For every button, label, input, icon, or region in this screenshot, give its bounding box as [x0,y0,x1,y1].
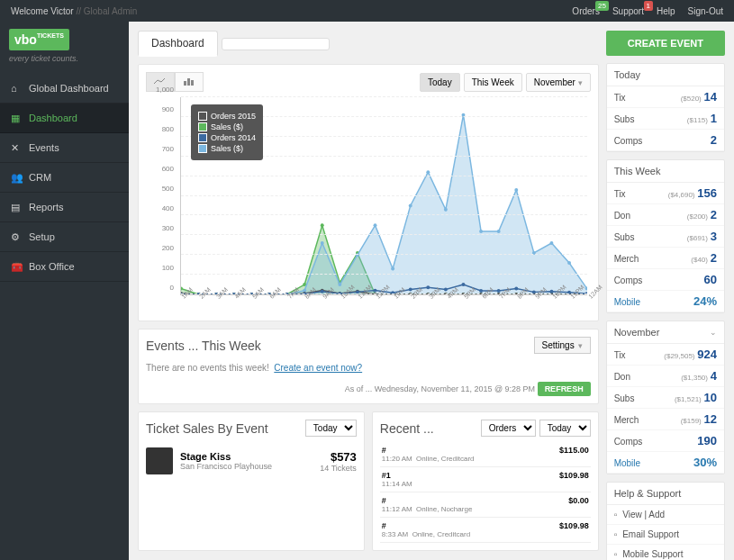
svg-point-88 [409,288,412,292]
recent-row[interactable]: #$0.0011:12 AM Online, Nocharge [380,492,591,518]
svg-point-86 [374,289,377,293]
recent-type-select[interactable]: Orders [481,420,536,437]
svg-point-38 [374,223,377,227]
support-badge: 1 [644,1,653,11]
recent-title: Recent ... [380,421,434,436]
y-tick: 700 [162,145,174,153]
svg-point-41 [426,170,430,174]
nav-label: Box Office [29,261,75,272]
time-thisweek[interactable]: This Week [464,73,522,92]
tagline: every ticket counts. [9,54,120,63]
stats-title: Today [614,69,640,80]
tab-other[interactable] [222,38,330,50]
help-link[interactable]: Help [657,6,675,16]
recent-panel: Recent ... Orders Today #$115.0011:20 AM… [372,411,599,551]
signout-link[interactable]: Sign-Out [688,6,723,16]
recent-row[interactable]: #$115.0011:20 AM Online, Creditcard [380,442,591,467]
chart-panel: Today This Week November ▾ 0100200300400… [138,64,599,321]
recent-row[interactable]: #1$109.9811:14 AM [380,467,591,492]
nav-global-dashboard[interactable]: ⌂Global Dashboard [0,74,129,104]
y-tick: 200 [162,244,174,252]
help-row[interactable]: ▫View | Add [607,505,724,525]
time-month[interactable]: November ▾ [526,73,591,92]
sales-by-event-panel: Ticket Sales By Event Today Stage KissSa… [138,411,365,551]
stats-title: This Week [614,166,661,176]
nav-label: Setup [29,231,55,242]
welcome-text: Welcome Victor [11,6,74,16]
events-week-title: Events ... This Week [146,339,261,353]
stats-title: November [614,327,660,338]
create-event-link[interactable]: Create an event now? [274,363,362,373]
nav-label: CRM [29,172,51,183]
nav-dashboard[interactable]: ▦Dashboard [0,104,129,133]
stat-row: Don($1,350) 4 [607,366,724,387]
svg-point-40 [409,203,412,207]
nav-reports[interactable]: ▤Reports [0,193,129,222]
topbar: Welcome Victor // Global Admin Orders 25… [0,0,734,22]
chart-legend: Orders 2015Sales ($)Orders 2014Sales ($) [191,104,263,160]
bar-chart-icon[interactable] [175,72,204,92]
nav-crm[interactable]: 👥CRM [0,163,129,193]
svg-point-48 [549,241,553,245]
chart-area: 01002003004005006007008009001,000 1AM2AM… [146,97,591,313]
help-title: Help & Support [607,483,724,505]
caret-down-icon: ▾ [578,341,583,350]
svg-point-91 [462,283,466,286]
nav-label: Reports [29,202,64,212]
event-row[interactable]: Stage KissSan Francisco Playhouse$57314 … [146,442,357,480]
svg-rect-1 [187,78,190,86]
stats-thisweek: This WeekTix($4,690) 156Don($200) 2Subs(… [606,159,725,313]
x-tick: 12AM [587,284,603,300]
svg-point-45 [497,230,501,233]
y-tick: 100 [162,264,174,272]
stat-row: Tix($4,690) 156 [607,183,724,204]
y-tick: 400 [162,204,174,212]
svg-point-36 [338,283,341,286]
nav-events[interactable]: ✕Events [0,133,129,163]
nav-setup[interactable]: ⚙Setup [0,222,129,252]
tab-dashboard[interactable]: Dashboard [138,31,218,57]
stat-row: Subs($115) 1 [607,108,724,130]
help-row[interactable]: ▫Mobile Support [607,545,724,560]
event-thumb [146,447,173,474]
nav-label: Dashboard [29,113,77,123]
nav-box-office[interactable]: 🧰Box Office [0,252,129,282]
time-today[interactable]: Today [420,73,460,92]
svg-point-89 [426,285,430,289]
stats-today: TodayTix($520) 14Subs($115) 1Comps 2 [606,63,725,152]
sidebar: vboTICKETS every ticket counts. ⌂Global … [0,22,129,560]
main-content: Dashboard Today This Week November [129,22,734,560]
boxoffice-icon: 🧰 [11,261,22,272]
stat-row: Comps 60 [607,269,724,291]
svg-point-46 [514,188,518,192]
create-event-button[interactable]: CREATE EVENT [606,31,725,56]
svg-point-42 [444,208,448,212]
stat-row: Tix($520) 14 [607,86,724,108]
help-icon: ▫ [614,510,618,519]
stat-row: Comps 2 [607,130,724,151]
home-icon: ⌂ [11,83,22,94]
y-tick: 300 [162,224,174,232]
stat-row: Merch($159) 12 [607,409,724,430]
logo[interactable]: vboTICKETS [9,29,69,50]
svg-rect-0 [184,81,186,86]
chevron-down-icon[interactable]: ⌄ [710,328,717,337]
orders-badge: 25 [595,1,609,11]
y-tick: 1,000 [156,86,174,94]
recent-row[interactable]: #$109.988:33 AM Online, Creditcard [380,518,591,543]
role-text: // Global Admin [76,6,137,16]
orders-link[interactable]: Orders 25 [572,6,600,16]
refresh-button[interactable]: REFRESH [538,382,591,396]
stat-row: Tix($29,505) 924 [607,344,724,366]
svg-point-44 [479,230,483,233]
stat-row: Merch($40) 2 [607,248,724,269]
settings-button[interactable]: Settings▾ [534,337,591,354]
recent-period-select[interactable]: Today [539,420,591,437]
help-panel: Help & Support ▫View | Add▫Email Support… [606,482,725,560]
svg-point-49 [567,261,571,265]
help-row[interactable]: ▫Email Support [607,525,724,545]
y-tick: 800 [162,125,174,133]
sales-period-select[interactable]: Today [305,420,357,437]
stat-row: Comps 190 [607,430,724,452]
support-link[interactable]: Support 1 [612,6,644,16]
